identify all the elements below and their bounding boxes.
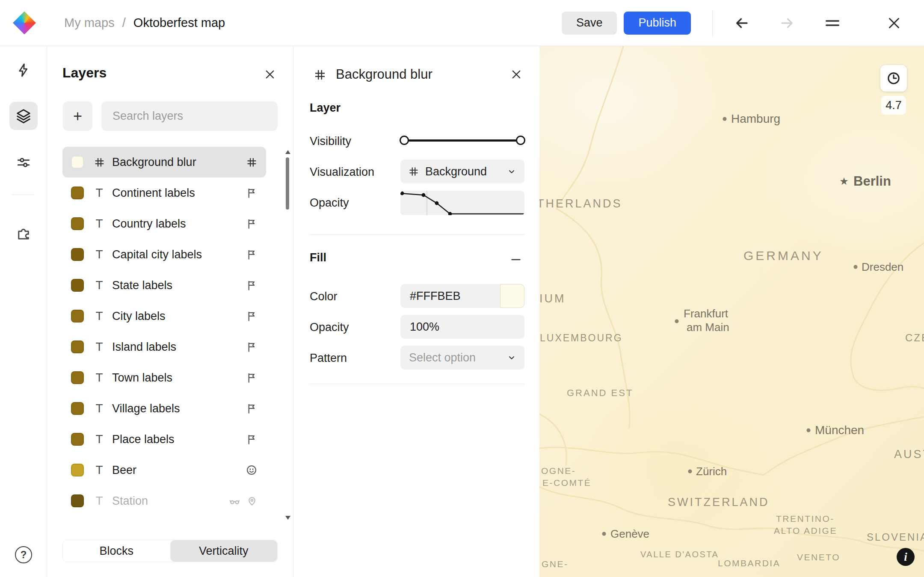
background-type-icon	[92, 157, 107, 168]
flag-icon	[246, 434, 258, 445]
background-layer-icon	[314, 68, 326, 81]
layer-label: State labels	[112, 279, 246, 292]
plugins-puzzle-icon[interactable]	[9, 219, 38, 247]
scroll-down-arrow[interactable]	[285, 516, 290, 520]
glasses-icon	[229, 495, 240, 507]
pattern-select[interactable]: Select option	[400, 346, 524, 370]
fill-section-label: Fill	[310, 251, 326, 264]
slider-handle-min[interactable]	[400, 136, 409, 145]
help-icon[interactable]: ?	[15, 546, 32, 563]
dresden-dot	[854, 265, 858, 269]
tab-blocks[interactable]: Blocks	[63, 540, 170, 562]
collapse-fill-icon[interactable]	[509, 253, 522, 266]
berlin-star-icon: ★	[839, 175, 849, 187]
inspector-title: Background blur	[336, 67, 432, 82]
layer-row-station[interactable]: T Station	[62, 485, 266, 516]
history-clock-icon[interactable]	[880, 65, 907, 92]
layer-color-swatch[interactable]	[71, 279, 84, 292]
text-type-icon: T	[92, 371, 107, 385]
scroll-up-arrow[interactable]	[285, 150, 290, 154]
layers-close-icon[interactable]	[264, 68, 276, 80]
settings-sliders-icon[interactable]	[9, 148, 38, 177]
tab-verticality[interactable]: Verticality	[170, 540, 278, 562]
layer-label: Station	[112, 494, 229, 508]
chevron-down-icon	[506, 352, 517, 363]
undo-arrow-icon[interactable]	[732, 13, 752, 33]
layer-color-swatch[interactable]	[71, 433, 84, 446]
fill-color-input[interactable]	[400, 284, 500, 308]
layers-panel-title: Layers	[62, 65, 107, 81]
fill-color-control	[400, 284, 524, 308]
left-toolbar: ?	[0, 46, 47, 577]
muenchen-dot	[807, 429, 811, 432]
flag-icon	[246, 341, 258, 353]
menu-icon[interactable]	[822, 13, 843, 33]
layers-tool-icon[interactable]	[9, 102, 38, 130]
layer-row-village-labels[interactable]: T Village labels	[62, 393, 266, 424]
grid-icon	[246, 157, 258, 168]
layer-color-swatch[interactable]	[71, 402, 84, 415]
hamburg-dot	[723, 117, 727, 121]
top-bar: My maps / Oktoberfest map Save Publish	[0, 0, 924, 46]
layer-color-swatch[interactable]	[71, 186, 84, 199]
layer-color-swatch[interactable]	[71, 248, 84, 261]
topbar-divider	[712, 10, 713, 36]
info-icon[interactable]: i	[897, 548, 915, 566]
pattern-placeholder: Select option	[409, 351, 506, 364]
layers-scrollbar[interactable]	[286, 157, 289, 210]
layer-label: City labels	[112, 310, 246, 323]
layer-row-continent-labels[interactable]: T Continent labels	[62, 178, 266, 208]
layer-row-city-labels[interactable]: T City labels	[62, 301, 266, 331]
save-button[interactable]: Save	[562, 12, 617, 35]
inspector-panel: Background blur Layer Visibility Visuali…	[294, 46, 539, 577]
app-logo[interactable]	[13, 12, 36, 35]
text-type-icon: T	[92, 432, 107, 446]
flag-icon	[246, 218, 258, 230]
opacity-curve-label: Opacity	[310, 196, 349, 210]
layer-color-swatch[interactable]	[71, 494, 84, 507]
zoom-level-badge: 4.7	[881, 96, 906, 115]
layer-color-swatch[interactable]	[71, 340, 84, 353]
layer-row-town-labels[interactable]: T Town labels	[62, 362, 266, 393]
text-type-icon: T	[92, 463, 107, 477]
help-glyph: ?	[21, 549, 27, 561]
layer-row-place-labels[interactable]: T Place labels	[62, 424, 266, 455]
slider-handle-max[interactable]	[516, 136, 525, 145]
text-type-icon: T	[92, 248, 107, 261]
layer-color-swatch[interactable]	[71, 156, 84, 169]
fill-opacity-label: Opacity	[310, 321, 349, 334]
search-layers-input[interactable]	[101, 101, 278, 131]
text-type-icon: T	[92, 309, 107, 323]
chevron-down-icon	[506, 166, 517, 177]
inspector-close-icon[interactable]	[510, 68, 522, 80]
layer-color-swatch[interactable]	[71, 217, 84, 230]
fill-color-swatch[interactable]	[500, 284, 524, 308]
visualization-select[interactable]: Background	[400, 160, 524, 183]
layer-row-island-labels[interactable]: T Island labels	[62, 331, 266, 362]
layer-color-swatch[interactable]	[71, 464, 84, 476]
layer-row-background-blur[interactable]: Background blur	[62, 147, 266, 178]
layer-color-swatch[interactable]	[71, 310, 84, 323]
quick-actions-icon[interactable]	[9, 56, 38, 84]
visibility-slider[interactable]	[400, 134, 524, 146]
layer-row-beer[interactable]: T Beer	[62, 455, 266, 485]
breadcrumb-section[interactable]: My maps	[64, 16, 115, 30]
opacity-curve-editor[interactable]	[400, 191, 524, 215]
layer-row-state-labels[interactable]: T State labels	[62, 270, 266, 301]
layer-row-capital-city-labels[interactable]: T Capital city labels	[62, 239, 266, 270]
add-layer-button[interactable]: +	[63, 101, 92, 131]
layers-panel: Layers + Background blur T Continent lab…	[47, 46, 293, 577]
redo-arrow-icon[interactable]	[777, 13, 797, 33]
map-canvas[interactable]: ★ Hamburg Berlin Dresden GERMANY THERLAN…	[539, 46, 924, 577]
layer-color-swatch[interactable]	[71, 371, 84, 384]
publish-button[interactable]: Publish	[624, 12, 691, 35]
close-window-icon[interactable]	[884, 13, 904, 33]
fill-opacity-input[interactable]	[400, 315, 524, 339]
section-divider	[310, 234, 524, 235]
fill-pattern-label: Pattern	[310, 352, 347, 365]
flag-icon	[246, 187, 258, 199]
layer-row-country-labels[interactable]: T Country labels	[62, 208, 266, 239]
pin-icon	[246, 495, 258, 506]
breadcrumb-separator: /	[122, 16, 126, 30]
breadcrumb: My maps / Oktoberfest map	[64, 16, 225, 30]
